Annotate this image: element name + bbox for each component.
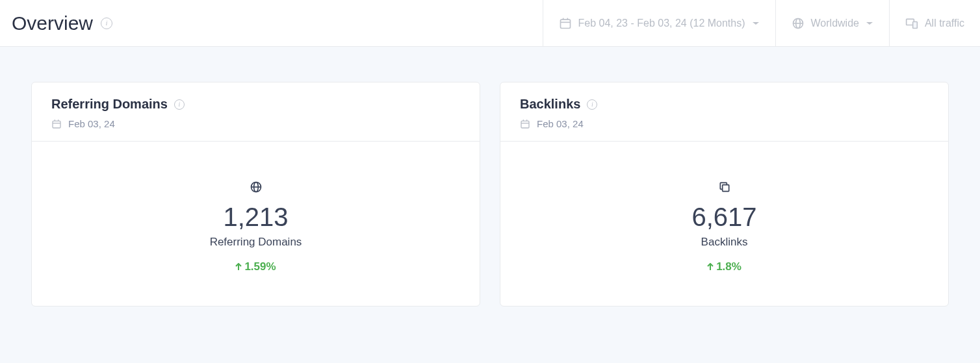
card-body: 1,213 Referring Domains 1.59% — [32, 142, 480, 306]
info-icon[interactable] — [587, 99, 597, 110]
svg-rect-21 — [722, 185, 729, 192]
traffic-label: All traffic — [925, 18, 964, 29]
svg-rect-17 — [521, 121, 529, 128]
card-body: 6,617 Backlinks 1.8% — [500, 142, 948, 306]
card-title: Referring Domains — [51, 97, 168, 112]
card-date: Feb 03, 24 — [537, 118, 584, 129]
metric-value: 6,617 — [691, 203, 756, 232]
card-title: Backlinks — [520, 97, 580, 112]
globe-icon — [792, 17, 805, 30]
calendar-icon — [559, 17, 572, 30]
arrow-up-icon — [707, 263, 714, 271]
copy-icon — [718, 181, 731, 196]
region-filter[interactable]: Worldwide — [775, 0, 889, 46]
svg-rect-0 — [560, 19, 570, 28]
date-range-filter[interactable]: Feb 04, 23 - Feb 03, 24 (12 Months) — [543, 0, 775, 46]
card-header: Backlinks Feb 03, 24 — [500, 82, 948, 142]
region-label: Worldwide — [811, 18, 859, 29]
date-range-label: Feb 04, 23 - Feb 03, 24 (12 Months) — [578, 18, 745, 29]
calendar-icon — [520, 119, 530, 129]
svg-rect-9 — [53, 121, 60, 128]
metric-value: 1,213 — [223, 203, 288, 232]
header-filters: Feb 04, 23 - Feb 03, 24 (12 Months) Worl… — [543, 0, 981, 46]
card-date: Feb 03, 24 — [68, 118, 115, 129]
metric-change-value: 1.8% — [716, 260, 741, 273]
info-icon[interactable] — [174, 99, 185, 110]
info-icon[interactable] — [101, 18, 112, 29]
metric-label: Referring Domains — [210, 236, 302, 249]
card-header: Referring Domains Feb 03, 24 — [32, 82, 480, 142]
traffic-filter[interactable]: All traffic — [889, 0, 980, 46]
chevron-down-icon — [752, 19, 760, 27]
content: Referring Domains Feb 03, 24 — [0, 47, 980, 342]
metric-label: Backlinks — [701, 236, 748, 249]
page-title: Overview — [12, 12, 93, 34]
metric-change-value: 1.59% — [244, 260, 276, 273]
page-header: Overview Feb 04, 23 - Feb 03, 24 (12 Mon… — [0, 0, 980, 47]
calendar-icon — [51, 119, 62, 129]
metric-change: 1.8% — [707, 260, 741, 273]
arrow-up-icon — [235, 263, 242, 271]
chevron-down-icon — [866, 19, 873, 27]
devices-icon — [905, 17, 918, 30]
globe-icon — [250, 181, 263, 196]
metric-change: 1.59% — [235, 260, 276, 273]
svg-rect-8 — [913, 21, 918, 28]
backlinks-card: Backlinks Feb 03, 24 6,617 — [500, 82, 949, 307]
header-left: Overview — [0, 12, 112, 34]
referring-domains-card: Referring Domains Feb 03, 24 — [31, 82, 480, 307]
